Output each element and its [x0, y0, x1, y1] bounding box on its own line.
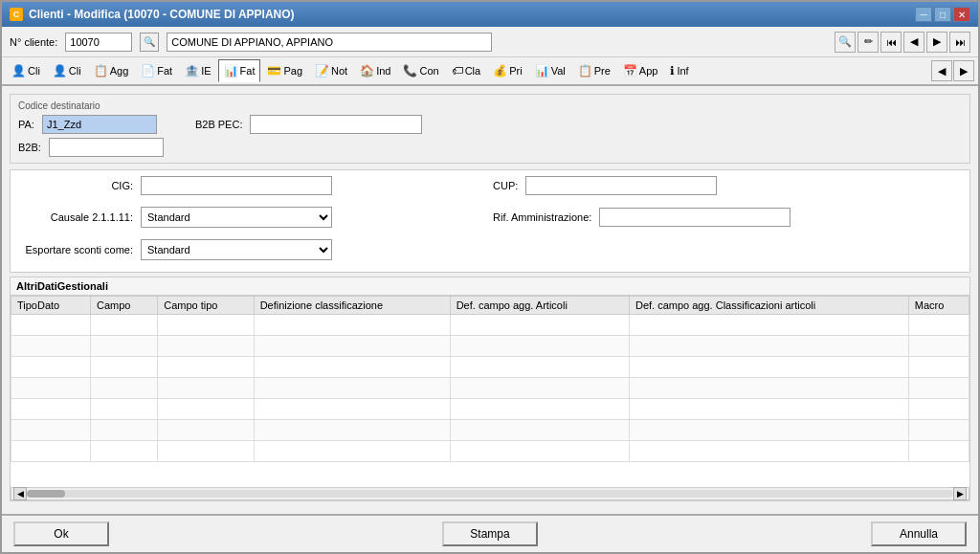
scroll-right-arrow[interactable]: ▶ [953, 487, 967, 500]
table-row [11, 399, 969, 420]
title-bar: C Clienti - Modifica (10070 - COMUNE DI … [2, 2, 978, 27]
edit-icon-btn[interactable]: ✏ [858, 32, 879, 53]
main-content: Codice destinatario PA: B2B PEC: B2B: [2, 86, 978, 514]
toolbar-val-label: Val [551, 65, 566, 77]
close-button[interactable]: ✕ [953, 7, 970, 22]
pri-icon: 💰 [493, 64, 507, 78]
codice-section-title: Codice destinatario [18, 100, 962, 111]
toolbar-cli1-label: Cli [28, 65, 40, 77]
annulla-button[interactable]: Annulla [871, 521, 967, 546]
title-controls: ─ □ ✕ [915, 7, 970, 22]
search-icon-btn[interactable]: 🔍 [835, 32, 856, 53]
col-def-class: Definizione classificazione [254, 297, 450, 315]
horizontal-scrollbar[interactable]: ◀ ▶ [11, 487, 969, 500]
cig-row: CIG: [18, 176, 487, 195]
next-btn[interactable]: ▶ [926, 32, 947, 53]
pag-icon: 💳 [267, 64, 281, 78]
toolbar-con[interactable]: 📞 Con [397, 59, 444, 82]
minimize-button[interactable]: ─ [915, 7, 932, 22]
toolbar-cli2[interactable]: 👤 Cli [47, 59, 87, 82]
toolbar-cla-label: Cla [465, 65, 481, 77]
search-button[interactable]: 🔍 [140, 33, 159, 52]
app-tb-icon: 📅 [623, 64, 637, 78]
causale-select[interactable]: Standard [141, 207, 332, 228]
table-row [11, 420, 969, 441]
toolbar-cla[interactable]: 🏷 Cla [446, 59, 487, 82]
col-tipodato: TipoDato [11, 297, 91, 315]
esportare-select[interactable]: Standard [141, 239, 332, 260]
toolbar-con-label: Con [419, 65, 438, 77]
client-name-input[interactable] [167, 33, 492, 52]
cup-input[interactable] [525, 176, 717, 195]
prev-btn[interactable]: ◀ [903, 32, 924, 53]
toolbar-inf[interactable]: ℹ Inf [664, 59, 694, 82]
causale-label: Causale 2.1.1.11: [18, 211, 133, 223]
esportare-row: Esportare sconti come: Standard [18, 239, 487, 260]
val-icon: 📊 [535, 64, 549, 78]
cig-input[interactable] [141, 176, 332, 195]
stampa-button[interactable]: Stampa [442, 521, 538, 546]
table-row [11, 315, 969, 336]
ind-icon: 🏠 [360, 64, 374, 78]
cig-section: CIG: CUP: Causale 2.1.1.11: Standard Rif… [10, 169, 970, 273]
toolbar-pre[interactable]: 📋 Pre [572, 59, 616, 82]
cli1-icon: 👤 [11, 64, 26, 78]
b2b-input[interactable] [49, 138, 164, 157]
toolbar-fat[interactable]: 📄 Fat [135, 59, 178, 82]
toolbar-ie[interactable]: 🏦 IE [179, 59, 216, 82]
client-bar: N° cliente: 🔍 🔍 ✏ ⏮ ◀ ▶ ⏭ [2, 27, 978, 57]
table-row [11, 441, 969, 462]
next-next-btn[interactable]: ⏭ [949, 32, 970, 53]
toolbar-cli1[interactable]: 👤 Cli [6, 59, 46, 82]
toolbar-not-label: Not [331, 65, 347, 77]
ok-button[interactable]: Ok [13, 521, 109, 546]
toolbar-pag[interactable]: 💳 Pag [261, 59, 308, 82]
toolbar-scroll-left[interactable]: ◀ [931, 60, 952, 81]
cup-label: CUP: [493, 180, 518, 191]
ie-icon: 🏦 [185, 64, 199, 78]
toolbar-not[interactable]: 📝 Not [309, 59, 353, 82]
inf-icon: ℹ [670, 64, 675, 78]
table-row [11, 336, 969, 357]
prev-prev-btn[interactable]: ⏮ [880, 32, 902, 53]
window-title: Clienti - Modifica (10070 - COMUNE DI AP… [29, 8, 295, 21]
pa-row: PA: [18, 115, 157, 134]
title-bar-left: C Clienti - Modifica (10070 - COMUNE DI … [10, 8, 295, 21]
client-number-input[interactable] [65, 33, 132, 52]
rif-amm-row: Rif. Amministrazione: [493, 207, 962, 228]
toolbar-val[interactable]: 📊 Val [529, 59, 571, 82]
toolbar-ind[interactable]: 🏠 Ind [354, 59, 396, 82]
toolbar-ie-label: IE [201, 65, 211, 77]
pre-icon: 📋 [578, 64, 592, 78]
scroll-left-arrow[interactable]: ◀ [13, 487, 27, 500]
b2b-pec-row: B2B PEC: [195, 115, 423, 134]
altri-dati-table: TipoDato Campo Campo tipo Definizione cl… [11, 296, 969, 462]
pa-input[interactable] [42, 115, 157, 134]
bottom-bar: Ok Stampa Annulla [2, 514, 978, 552]
maximize-button[interactable]: □ [934, 7, 951, 22]
col-def-agg-art: Def. campo agg. Articoli [450, 297, 629, 315]
fat-icon: 📄 [141, 64, 155, 78]
scrollbar-track [27, 490, 953, 498]
table-scroll-container[interactable]: TipoDato Campo Campo tipo Definizione cl… [11, 296, 969, 487]
codice-section: Codice destinatario PA: B2B PEC: B2B: [10, 94, 970, 164]
main-window: C Clienti - Modifica (10070 - COMUNE DI … [0, 0, 980, 554]
b2b-row: B2B: [18, 138, 962, 157]
toolbar-agg[interactable]: 📋 Agg [88, 59, 135, 82]
toolbar-fat2[interactable]: 📊 Fat [218, 59, 261, 82]
col-campo-tipo: Campo tipo [158, 297, 254, 315]
rif-amm-input[interactable] [599, 208, 791, 227]
toolbar-pri-label: Pri [509, 65, 522, 77]
toolbar-scroll-right[interactable]: ▶ [953, 60, 974, 81]
col-def-agg-class: Def. campo agg. Classificazioni articoli [629, 297, 908, 315]
toolbar-nav: ◀ ▶ [931, 60, 974, 81]
rif-amm-label: Rif. Amministrazione: [493, 211, 591, 223]
toolbar-pre-label: Pre [594, 65, 611, 77]
app-icon: C [10, 8, 23, 21]
toolbar-fat2-label: Fat [240, 65, 256, 77]
b2b-label: B2B: [18, 142, 41, 153]
toolbar-pri[interactable]: 💰 Pri [487, 59, 527, 82]
causale-row: Causale 2.1.1.11: Standard [18, 207, 487, 228]
b2b-pec-input[interactable] [250, 115, 422, 134]
toolbar-app[interactable]: 📅 App [617, 59, 664, 82]
